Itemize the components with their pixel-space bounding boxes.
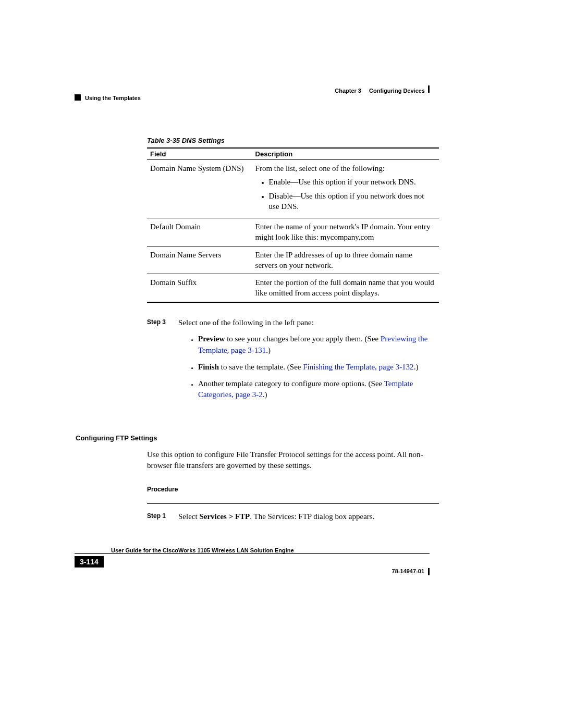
cell-field: Default Domain [147,218,252,246]
chapter-header: Chapter 3 Configuring Devices [335,88,425,94]
bullet-text: Another template category to configure m… [198,379,384,388]
ftp-paragraph: Use this option to configure File Transf… [147,449,439,471]
bullet-text: to see your changes before you apply the… [225,335,381,343]
chapter-title: Configuring Devices [369,88,425,94]
footer-doc-title: User Guide for the CiscoWorks 1105 Wirel… [111,547,430,553]
bullet-tail: .) [266,346,271,354]
step-bold: Services > FTP [199,512,250,521]
cell-description: Enter the name of your network's IP doma… [252,218,439,246]
bullet-item: Preview to see your changes before you a… [198,334,439,356]
bullet-tail: .) [414,363,419,371]
cell-field: Domain Suffix [147,274,252,302]
step-body: Select Services > FTP. The Services: FTP… [178,511,439,523]
option-list: Enable—Use this option if your network D… [255,177,436,212]
step-text-post: . The Services: FTP dialog box appears. [250,512,374,521]
bullet-text: to save the template. (See [219,363,303,371]
cell-description: From the list, select one of the followi… [252,160,439,218]
cell-field: Domain Name System (DNS) [147,160,252,218]
step-intro: Select one of the following in the left … [178,318,314,327]
step-label: Step 1 [147,511,172,523]
header-square-icon [75,94,81,101]
footer-docnum: 78-14947-01 [392,568,424,574]
table-row: Default Domain Enter the name of your ne… [147,218,439,246]
table-row: Domain Suffix Enter the portion of the f… [147,274,439,302]
header-accent-bar [428,85,430,93]
footer-accent-bar [428,568,430,575]
step-1-block: Step 1 Select Services > FTP. The Servic… [147,511,439,523]
option-item: Enable—Use this option if your network D… [269,177,436,187]
dns-settings-table: Field Description Domain Name System (DN… [147,147,439,303]
cell-description: Enter the IP addresses of up to three do… [252,246,439,274]
col-head-description: Description [252,148,439,160]
bullet-bold: Preview [198,335,225,343]
breadcrumb-section: Using the Templates [85,95,141,101]
bullet-bold: Finish [198,363,219,371]
step-body: Select one of the following in the left … [178,317,439,406]
step-label: Step 3 [147,317,172,406]
bullet-tail: .) [263,390,267,399]
section-heading-ftp: Configuring FTP Settings [76,434,439,442]
xref-link[interactable]: Finishing the Template, page 3-132 [303,363,413,371]
table-caption: Table 3-35 DNS Settings [147,137,439,144]
cell-description: Enter the portion of the full domain nam… [252,274,439,302]
footer-rule [75,553,430,554]
cell-field: Domain Name Servers [147,246,252,274]
desc-text: From the list, select one of the followi… [255,164,385,172]
page-number-badge: 3-114 [75,556,104,567]
page: Chapter 3 Configuring Devices Using the … [0,0,563,728]
procedure-heading: Procedure [147,486,439,493]
step-bullets: Preview to see your changes before you a… [178,334,439,401]
col-head-field: Field [147,148,252,160]
content-area: Table 3-35 DNS Settings Field Descriptio… [147,137,439,526]
horizontal-rule [147,503,439,504]
page-footer: User Guide for the CiscoWorks 1105 Wirel… [75,557,430,567]
step-3-block: Step 3 Select one of the following in th… [147,317,439,406]
table-row: Domain Name System (DNS) From the list, … [147,160,439,218]
step-text-pre: Select [178,512,199,521]
table-row: Domain Name Servers Enter the IP address… [147,246,439,274]
chapter-label: Chapter 3 [335,88,361,94]
bullet-item: Finish to save the template. (See Finish… [198,362,439,373]
option-item: Disable—Use this option if you network d… [269,191,436,212]
bullet-item: Another template category to configure m… [198,378,439,401]
